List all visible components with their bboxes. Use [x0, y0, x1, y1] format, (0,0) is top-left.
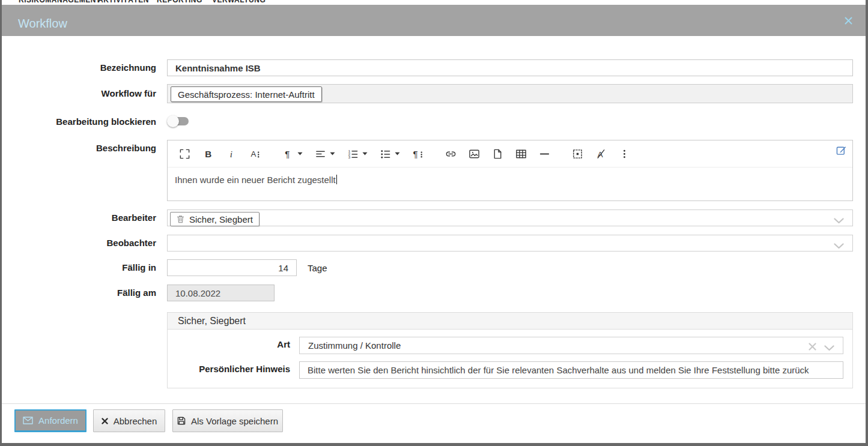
faellig-in-input[interactable]	[167, 259, 297, 276]
toolbar-align-left-button[interactable]	[309, 140, 341, 167]
align-left-icon	[315, 148, 326, 160]
clear-formatting-icon: A	[595, 148, 607, 160]
more-options-icon	[619, 148, 630, 160]
trash-icon[interactable]	[177, 215, 184, 223]
svg-text:¶: ¶	[413, 148, 417, 158]
beobachter-select[interactable]	[167, 235, 853, 252]
toolbar-bold-button[interactable]: B	[196, 140, 220, 167]
nav-item[interactable]: VERWALTUNG	[212, 0, 266, 4]
bezeichnung-input[interactable]	[167, 59, 853, 76]
recipient-section-header: Sicher, Siegbert	[168, 313, 852, 330]
toolbar-unordered-list-button[interactable]	[374, 140, 406, 167]
cancel-x-icon	[102, 418, 108, 424]
footer-divider	[2, 403, 866, 404]
close-icon[interactable]	[842, 14, 854, 26]
svg-text:B: B	[205, 148, 211, 158]
horizontal-line-icon	[539, 148, 550, 160]
toolbar-insert-table-button[interactable]	[509, 140, 533, 167]
toolbar-clear-formatting-button[interactable]: A	[589, 140, 613, 167]
chevron-down-icon[interactable]	[824, 343, 834, 354]
fullscreen-icon	[179, 148, 190, 160]
toolbar-ordered-list-button[interactable]: 123	[341, 140, 374, 167]
art-select-value: Zustimmung / Kontrolle	[308, 340, 401, 351]
toggle-knob-icon	[167, 115, 179, 127]
art-select[interactable]: Zustimmung / Kontrolle	[299, 337, 843, 354]
faellig-in-suffix: Tage	[308, 263, 327, 273]
insert-image-icon	[469, 148, 480, 160]
svg-text:i: i	[230, 148, 232, 158]
chevron-down-icon	[330, 152, 335, 155]
app-nav-clipped: RISIKOMANAGEMENTAKTIVITÄTENREPORTINGVERW…	[2, 0, 866, 5]
bold-icon: B	[202, 148, 214, 160]
workflow-dialog: RISIKOMANAGEMENTAKTIVITÄTENREPORTINGVERW…	[0, 0, 868, 446]
toolbar-insert-image-button[interactable]	[463, 140, 486, 167]
art-label: Art	[168, 339, 290, 349]
nav-item[interactable]: AKTIVITÄTEN	[98, 0, 149, 4]
als-vorlage-speichern-button[interactable]: Als Vorlage speichern	[172, 409, 283, 432]
insert-table-icon	[515, 148, 527, 160]
text-cursor	[336, 175, 338, 184]
workflow-target-chip-label: Geschäftsprozess: Internet-Auftritt	[178, 89, 315, 100]
recipient-section-title: Sicher, Siegbert	[178, 316, 246, 327]
faellig-am-input	[167, 285, 275, 301]
clear-icon[interactable]	[809, 342, 816, 353]
faellig-am-label: Fällig am	[0, 287, 156, 299]
chevron-down-icon[interactable]	[834, 241, 844, 252]
toolbar-paragraph-format-button[interactable]: ¶	[276, 140, 309, 167]
insert-file-icon	[492, 148, 503, 160]
toolbar-fullscreen-button[interactable]	[173, 140, 196, 167]
beobachter-label: Beobachter	[0, 237, 156, 249]
toolbar-insert-file-button[interactable]	[486, 140, 509, 167]
bearbeiter-select[interactable]: Sicher, Siegbert	[167, 209, 853, 226]
chevron-down-icon	[297, 152, 303, 155]
modal-title: Workflow	[18, 17, 67, 31]
svg-text:A: A	[250, 149, 256, 158]
bearbeitung-blockieren-label: Bearbeitung blockieren	[0, 116, 156, 128]
svg-text:¶: ¶	[285, 148, 290, 158]
toolbar-show-blocks-button[interactable]	[566, 140, 589, 167]
chevron-down-icon	[362, 152, 368, 155]
toolbar-insert-link-button[interactable]	[439, 140, 463, 167]
save-icon	[177, 417, 186, 425]
anfordern-button[interactable]: Anfordern	[14, 409, 86, 432]
ordered-list-icon: 123	[347, 148, 359, 160]
paragraph-format-icon: ¶	[282, 148, 294, 160]
workflow-fuer-field[interactable]: Geschäftsprozess: Internet-Auftritt	[167, 84, 853, 103]
editor-toolbar: BiA¶123¶A	[168, 140, 852, 167]
svg-text:3: 3	[348, 155, 351, 159]
workflow-target-chip[interactable]: Geschäftsprozess: Internet-Auftritt	[171, 86, 322, 102]
recipient-section: Sicher, Siegbert Art Zustimmung / Kontro…	[167, 312, 853, 388]
persoenlicher-hinweis-input[interactable]	[299, 361, 843, 379]
persoenlicher-hinweis-label: Persönlicher Hinweis	[168, 364, 290, 374]
abbrechen-button[interactable]: Abbrechen	[93, 409, 165, 432]
faellig-in-label: Fällig in	[0, 262, 156, 274]
anfordern-button-label: Anfordern	[38, 415, 78, 426]
nav-item[interactable]: REPORTING	[157, 0, 202, 4]
bezeichnung-label: Bezeichnung	[0, 62, 156, 74]
abbrechen-button-label: Abbrechen	[114, 416, 157, 426]
envelope-icon	[23, 417, 33, 424]
unordered-list-icon	[380, 148, 391, 160]
chevron-down-icon	[395, 152, 400, 155]
show-blocks-icon	[572, 148, 583, 160]
insert-link-icon	[445, 148, 457, 160]
bearbeiter-chip[interactable]: Sicher, Siegbert	[170, 212, 259, 226]
toolbar-text-options-button[interactable]: A	[243, 140, 267, 167]
bearbeiter-label: Bearbeiter	[0, 212, 156, 224]
als-vorlage-speichern-button-label: Als Vorlage speichern	[191, 416, 278, 426]
toolbar-horizontal-line-button[interactable]	[533, 140, 556, 167]
toolbar-paragraph-style-button[interactable]: ¶	[406, 140, 429, 167]
workflow-fuer-label: Workflow für	[0, 88, 156, 100]
beschreibung-text-area[interactable]: Ihnen wurde ein neuer Bericht zugestellt	[175, 175, 337, 185]
toolbar-more-options-button[interactable]	[613, 140, 636, 167]
paragraph-style-icon: ¶	[412, 148, 423, 160]
beschreibung-editor: BiA¶123¶A Ihnen wurde ein neuer Bericht …	[167, 140, 853, 201]
nav-item[interactable]: RISIKOMANAGEMENT	[19, 0, 101, 4]
chevron-down-icon[interactable]	[834, 215, 844, 226]
beschreibung-label: Beschreibung	[0, 142, 156, 154]
toolbar-italic-button[interactable]: i	[220, 140, 243, 167]
text-options-icon: A	[249, 148, 261, 160]
modal-header: Workflow	[2, 5, 866, 36]
bearbeitung-blockieren-toggle[interactable]	[167, 115, 191, 127]
edit-html-icon[interactable]	[836, 145, 846, 158]
